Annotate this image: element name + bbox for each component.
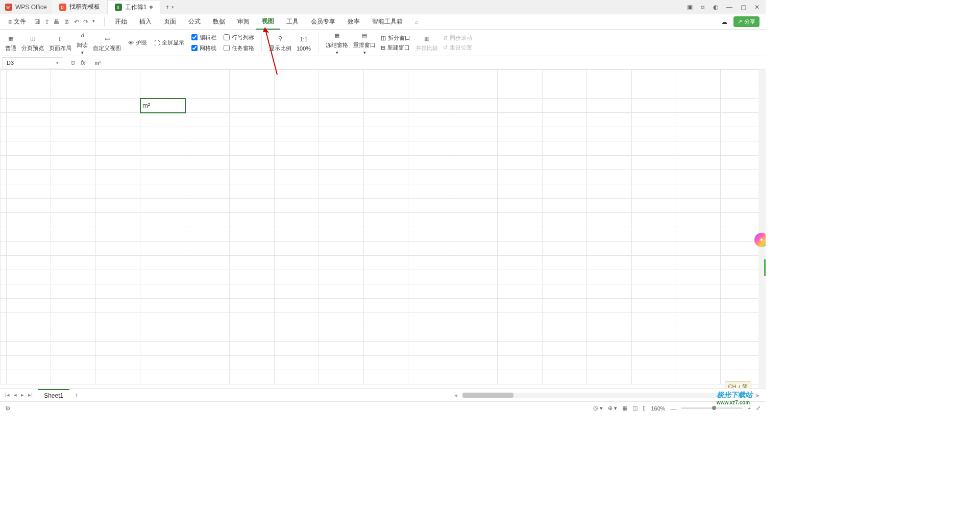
cell[interactable]	[95, 127, 140, 141]
cell[interactable]	[51, 370, 95, 384]
cell[interactable]	[51, 299, 95, 313]
cell[interactable]	[676, 242, 721, 256]
cell[interactable]	[140, 113, 185, 127]
cell[interactable]	[676, 184, 721, 199]
cell[interactable]	[319, 127, 363, 141]
cell[interactable]	[319, 356, 363, 370]
cell[interactable]	[230, 256, 274, 270]
cell[interactable]	[185, 342, 230, 356]
cell[interactable]	[676, 342, 721, 356]
cell[interactable]	[587, 70, 631, 84]
cell[interactable]	[319, 213, 363, 227]
cell[interactable]	[631, 370, 676, 384]
cell[interactable]	[140, 70, 185, 84]
cell[interactable]	[274, 170, 318, 184]
cell[interactable]	[363, 299, 408, 313]
cell[interactable]	[274, 184, 318, 199]
cell[interactable]	[319, 170, 363, 184]
cell[interactable]	[51, 313, 95, 327]
cell[interactable]	[185, 270, 230, 284]
cell[interactable]	[6, 99, 51, 113]
cell[interactable]	[274, 127, 318, 141]
cell[interactable]	[587, 227, 631, 242]
cell[interactable]	[95, 313, 140, 327]
cell[interactable]	[498, 327, 542, 342]
cell[interactable]	[95, 70, 140, 84]
cell[interactable]	[230, 113, 274, 127]
maximize-icon[interactable]: ▢	[741, 4, 746, 11]
cell[interactable]	[274, 356, 318, 370]
cell[interactable]	[185, 356, 230, 370]
cell[interactable]	[542, 70, 586, 84]
cell[interactable]	[363, 284, 408, 299]
cell[interactable]	[542, 99, 586, 113]
cell[interactable]	[408, 242, 453, 256]
cell[interactable]	[230, 284, 274, 299]
scroll-thumb[interactable]	[462, 393, 513, 398]
cell[interactable]	[274, 256, 318, 270]
cell[interactable]	[185, 184, 230, 199]
cell[interactable]	[498, 299, 542, 313]
cell[interactable]	[363, 256, 408, 270]
cell[interactable]	[498, 113, 542, 127]
cell[interactable]	[51, 342, 95, 356]
cell[interactable]	[676, 113, 721, 127]
cell[interactable]	[453, 327, 497, 342]
cell[interactable]	[542, 299, 586, 313]
cell[interactable]	[51, 227, 95, 242]
tab-template[interactable]: D 找稻壳模板	[52, 0, 108, 14]
cell[interactable]	[498, 242, 542, 256]
cell[interactable]	[453, 84, 497, 99]
cell[interactable]	[453, 70, 497, 84]
cell[interactable]	[631, 299, 676, 313]
headings-checkbox[interactable]: 行号列标	[224, 34, 254, 41]
cell[interactable]	[542, 127, 586, 141]
cell[interactable]	[140, 256, 185, 270]
cell[interactable]	[6, 127, 51, 141]
cell[interactable]	[319, 141, 363, 156]
cell[interactable]	[408, 127, 453, 141]
read-mode-button[interactable]: ☌阅读	[77, 30, 88, 55]
cell[interactable]	[51, 242, 95, 256]
cell[interactable]	[631, 99, 676, 113]
cell[interactable]	[542, 370, 586, 384]
nav-next-icon[interactable]: ▸	[21, 392, 24, 398]
fx-label[interactable]: fx	[81, 59, 85, 66]
cell[interactable]	[363, 199, 408, 213]
cell[interactable]	[542, 256, 586, 270]
cell[interactable]	[676, 313, 721, 327]
cell[interactable]	[631, 313, 676, 327]
cell[interactable]	[319, 342, 363, 356]
cell[interactable]	[319, 242, 363, 256]
cell[interactable]	[95, 242, 140, 256]
cell[interactable]	[631, 242, 676, 256]
cell[interactable]	[631, 284, 676, 299]
cell[interactable]	[6, 313, 51, 327]
cell[interactable]	[95, 113, 140, 127]
nav-prev-icon[interactable]: ◂	[14, 392, 17, 398]
cell[interactable]	[587, 342, 631, 356]
cell[interactable]	[542, 327, 586, 342]
cell[interactable]	[319, 284, 363, 299]
cell[interactable]	[587, 113, 631, 127]
cell[interactable]	[587, 284, 631, 299]
cell[interactable]	[6, 284, 51, 299]
menu-start[interactable]: 开始	[109, 14, 133, 30]
cell[interactable]	[95, 84, 140, 99]
cell[interactable]	[51, 127, 95, 141]
cell[interactable]	[453, 170, 497, 184]
cell[interactable]	[498, 284, 542, 299]
cell[interactable]	[274, 327, 318, 342]
cell[interactable]	[274, 113, 318, 127]
cell[interactable]	[631, 327, 676, 342]
cell[interactable]	[542, 141, 586, 156]
cell[interactable]	[498, 184, 542, 199]
freeze-panes-button[interactable]: ▦冻结窗格	[326, 30, 348, 55]
cell[interactable]	[676, 99, 721, 113]
tab-add[interactable]: + ▾	[160, 4, 179, 11]
cell[interactable]	[319, 327, 363, 342]
nav-last-icon[interactable]: ▸I	[28, 392, 33, 398]
print-icon[interactable]: 🖶	[54, 18, 60, 26]
cell[interactable]	[587, 141, 631, 156]
cell[interactable]	[185, 170, 230, 184]
